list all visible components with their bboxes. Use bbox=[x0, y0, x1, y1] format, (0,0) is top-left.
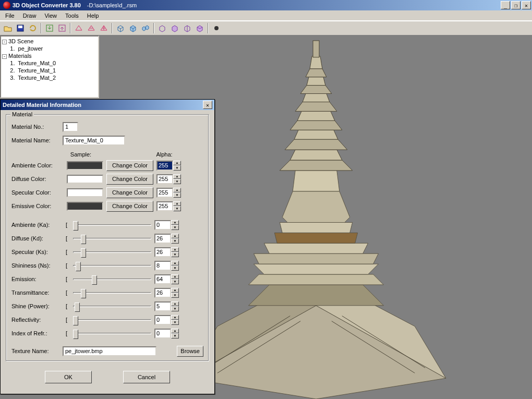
slider[interactable] bbox=[73, 261, 151, 270]
slider-value[interactable]: 0 bbox=[154, 329, 171, 338]
slider-value-spinner[interactable]: 0▲▼ bbox=[154, 329, 179, 338]
tb-wire3-icon[interactable] bbox=[98, 22, 110, 34]
tb-export-icon[interactable] bbox=[56, 22, 68, 34]
cancel-button[interactable]: Cancel bbox=[123, 371, 170, 383]
tree-root-materials[interactable]: Materials bbox=[8, 53, 32, 59]
slider-value[interactable]: 5 bbox=[154, 301, 171, 311]
spin-up-icon[interactable]: ▲ bbox=[171, 247, 179, 252]
slider-value-spinner[interactable]: 0▲▼ bbox=[154, 220, 179, 230]
close-button[interactable]: ✕ bbox=[522, 1, 531, 9]
tb-import-icon[interactable] bbox=[44, 22, 55, 34]
alpha-spinner[interactable]: 255▲▼ bbox=[156, 188, 181, 198]
slider-value-spinner[interactable]: 0▲▼ bbox=[154, 315, 179, 325]
alpha-spinner[interactable]: 255▲▼ bbox=[156, 174, 181, 184]
menu-file[interactable]: File bbox=[1, 11, 19, 20]
texture-input[interactable]: pe_jtower.bmp bbox=[63, 346, 156, 356]
slider-value[interactable]: 26 bbox=[154, 288, 171, 298]
material-name-input[interactable]: Texture_Mat_0 bbox=[63, 136, 125, 146]
spin-up-icon[interactable]: ▲ bbox=[171, 220, 179, 225]
dialog-titlebar[interactable]: Detailed Material Information ✕ bbox=[1, 100, 214, 110]
alpha-value[interactable]: 255 bbox=[156, 161, 173, 171]
spin-down-icon[interactable]: ▼ bbox=[171, 293, 179, 298]
spin-up-icon[interactable]: ▲ bbox=[171, 234, 179, 239]
change-color-button[interactable]: Change Color bbox=[106, 160, 153, 171]
spin-down-icon[interactable]: ▼ bbox=[173, 179, 181, 184]
slider-value[interactable]: 26 bbox=[154, 234, 171, 244]
tb-save-icon[interactable] bbox=[15, 22, 26, 34]
tb-wire1-icon[interactable] bbox=[73, 22, 84, 34]
slider[interactable] bbox=[73, 301, 151, 311]
spin-down-icon[interactable]: ▼ bbox=[171, 252, 179, 257]
tb-viewA-icon[interactable] bbox=[156, 22, 168, 34]
spin-up-icon[interactable]: ▲ bbox=[171, 274, 179, 280]
change-color-button[interactable]: Change Color bbox=[106, 174, 153, 185]
slider[interactable] bbox=[73, 329, 151, 338]
slider-value[interactable]: 8 bbox=[154, 261, 171, 271]
tree-item[interactable]: 3. Texture_Mat_2 bbox=[10, 75, 56, 81]
tb-wire2-icon[interactable] bbox=[86, 22, 97, 34]
spin-up-icon[interactable]: ▲ bbox=[171, 301, 179, 307]
alpha-spinner[interactable]: 255▲▼ bbox=[156, 161, 181, 171]
tb-light-icon[interactable] bbox=[211, 22, 222, 34]
alpha-value[interactable]: 255 bbox=[156, 188, 173, 198]
spin-up-icon[interactable]: ▲ bbox=[173, 188, 181, 193]
slider-value-spinner[interactable]: 26▲▼ bbox=[154, 234, 179, 244]
spin-down-icon[interactable]: ▼ bbox=[171, 265, 179, 271]
spin-up-icon[interactable]: ▲ bbox=[171, 329, 179, 334]
slider-value-spinner[interactable]: 64▲▼ bbox=[154, 274, 179, 284]
slider-value[interactable]: 64 bbox=[154, 274, 171, 284]
spin-down-icon[interactable]: ▼ bbox=[171, 306, 179, 311]
spin-up-icon[interactable]: ▲ bbox=[173, 174, 181, 179]
material-dialog[interactable]: Detailed Material Information ✕ Material… bbox=[0, 99, 215, 394]
tb-cubewire-icon[interactable] bbox=[115, 22, 126, 34]
change-color-button[interactable]: Change Color bbox=[106, 201, 153, 212]
change-color-button[interactable]: Change Color bbox=[106, 187, 153, 198]
slider[interactable] bbox=[73, 274, 151, 284]
tree-root-scene[interactable]: 3D Scene bbox=[8, 38, 33, 44]
spin-down-icon[interactable]: ▼ bbox=[171, 320, 179, 325]
spin-up-icon[interactable]: ▲ bbox=[173, 201, 181, 207]
spin-down-icon[interactable]: ▼ bbox=[171, 333, 179, 338]
tb-open-icon[interactable] bbox=[2, 22, 14, 34]
slider[interactable] bbox=[73, 247, 151, 257]
tb-revert-icon[interactable] bbox=[27, 22, 39, 34]
ok-button[interactable]: OK bbox=[45, 371, 92, 383]
color-swatch[interactable] bbox=[67, 161, 103, 170]
alpha-value[interactable]: 255 bbox=[156, 174, 173, 184]
alpha-value[interactable]: 255 bbox=[156, 201, 173, 211]
tree-item[interactable]: 1. Texture_Mat_0 bbox=[10, 60, 56, 66]
menu-tools[interactable]: Tools bbox=[61, 11, 83, 20]
maximize-button[interactable]: ❐ bbox=[511, 1, 521, 9]
slider[interactable] bbox=[73, 288, 151, 297]
spin-down-icon[interactable]: ▼ bbox=[171, 279, 179, 284]
spin-down-icon[interactable]: ▼ bbox=[173, 206, 181, 211]
dialog-close-button[interactable]: ✕ bbox=[203, 101, 212, 109]
tb-viewC-icon[interactable] bbox=[182, 22, 193, 34]
spin-up-icon[interactable]: ▲ bbox=[171, 288, 179, 293]
color-swatch[interactable] bbox=[67, 202, 103, 211]
spin-up-icon[interactable]: ▲ bbox=[173, 161, 181, 166]
material-no-input[interactable]: 1 bbox=[63, 122, 78, 132]
minimize-button[interactable]: _ bbox=[501, 1, 510, 9]
slider-value[interactable]: 26 bbox=[154, 247, 171, 257]
slider-value[interactable]: 0 bbox=[154, 220, 171, 230]
menu-draw[interactable]: Draw bbox=[19, 11, 41, 20]
alpha-spinner[interactable]: 255▲▼ bbox=[156, 201, 181, 211]
tb-cubes-icon[interactable] bbox=[140, 22, 151, 34]
slider-value-spinner[interactable]: 26▲▼ bbox=[154, 247, 179, 257]
slider[interactable] bbox=[73, 220, 151, 229]
tb-viewD-icon[interactable] bbox=[194, 22, 205, 34]
spin-up-icon[interactable]: ▲ bbox=[171, 261, 179, 266]
menu-view[interactable]: View bbox=[40, 11, 61, 20]
slider[interactable] bbox=[73, 315, 151, 324]
color-swatch[interactable] bbox=[67, 175, 103, 184]
tree-item[interactable]: 2. Texture_Mat_1 bbox=[10, 67, 56, 74]
spin-down-icon[interactable]: ▼ bbox=[173, 165, 181, 171]
slider-value-spinner[interactable]: 8▲▼ bbox=[154, 261, 179, 271]
slider[interactable] bbox=[73, 234, 151, 243]
slider-value-spinner[interactable]: 5▲▼ bbox=[154, 301, 179, 311]
browse-button[interactable]: Browse bbox=[177, 346, 203, 357]
slider-value[interactable]: 0 bbox=[154, 315, 171, 325]
tb-cubeflat-icon[interactable] bbox=[127, 22, 139, 34]
tree-item[interactable]: 1. pe_jtower bbox=[10, 45, 43, 52]
